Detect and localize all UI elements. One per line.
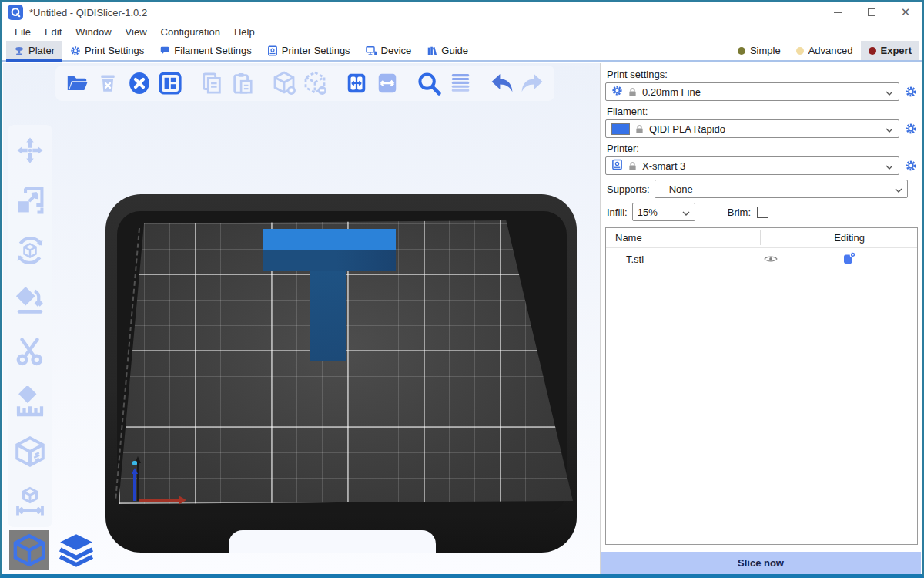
print-settings-value: 0.20mm Fine <box>642 86 880 98</box>
printer-select[interactable]: X-smart 3 <box>605 156 899 175</box>
rotate-icon[interactable] <box>14 234 46 267</box>
tab-printer-settings[interactable]: Printer Settings <box>259 41 358 60</box>
eye-icon[interactable] <box>760 255 782 263</box>
printer-value: X-smart 3 <box>642 160 880 172</box>
filament-gear-button[interactable] <box>904 122 918 136</box>
menu-help[interactable]: Help <box>227 25 262 39</box>
close-button[interactable]: ✕ <box>889 2 922 23</box>
supports-label: Supports: <box>607 183 650 195</box>
brim-checkbox[interactable] <box>757 207 768 218</box>
add-instance-icon[interactable] <box>270 69 298 98</box>
column-name: Name <box>606 232 760 244</box>
lock-icon <box>628 161 637 171</box>
measure-icon[interactable] <box>14 486 46 518</box>
infill-value: 15% <box>638 207 678 218</box>
undo-icon[interactable] <box>487 69 515 98</box>
cut-icon[interactable] <box>14 335 46 368</box>
model-t-front-face[interactable] <box>263 250 396 271</box>
mode-simple[interactable]: Simple <box>730 41 788 60</box>
viewport-3d[interactable] <box>3 63 600 574</box>
bed-handle-notch <box>229 530 436 553</box>
preview-layers-icon[interactable] <box>55 530 97 570</box>
minimize-button[interactable] <box>821 2 855 23</box>
copy-icon[interactable] <box>198 69 226 98</box>
tab-guide[interactable]: Guide <box>419 41 476 60</box>
left-toolbar <box>8 125 52 527</box>
menu-configuration[interactable]: Configuration <box>154 25 227 39</box>
delete-all-icon[interactable] <box>126 69 153 98</box>
menu-view[interactable]: View <box>119 25 154 39</box>
scale-icon[interactable] <box>14 184 46 217</box>
tab-label: Print Settings <box>85 45 144 56</box>
tab-plater[interactable]: Plater <box>6 41 62 60</box>
infill-label: Infill: <box>607 207 628 218</box>
guide-icon <box>427 45 437 56</box>
object-list-header: Name Editing <box>606 228 917 248</box>
model-t-stem[interactable] <box>310 271 346 361</box>
print-settings-label: Print settings: <box>607 69 918 80</box>
filament-color-swatch <box>611 123 630 135</box>
search-icon[interactable] <box>415 69 443 98</box>
paste-icon[interactable] <box>229 69 256 98</box>
advanced-mode-dot-icon <box>796 47 804 55</box>
model-t-top-face[interactable] <box>263 229 396 250</box>
object-list-row[interactable]: T.stl <box>606 248 917 270</box>
tab-label: Plater <box>28 45 55 56</box>
app-logo-icon <box>8 5 23 20</box>
menu-window[interactable]: Window <box>69 25 118 39</box>
object-list: Name Editing T.stl <box>605 227 918 545</box>
mode-label: Simple <box>750 45 781 56</box>
editor-3d-view-icon[interactable] <box>9 530 49 570</box>
seam-icon[interactable] <box>14 435 46 468</box>
tab-bar: Plater Print Settings Filament Settings … <box>2 41 922 62</box>
chevron-down-icon <box>886 123 893 135</box>
arrange-icon[interactable] <box>156 69 184 98</box>
editing-icon[interactable] <box>782 251 917 267</box>
filament-select[interactable]: QIDI PLA Rapido <box>605 119 899 138</box>
supports-select[interactable]: None <box>654 180 908 198</box>
axis-blue-arrow <box>133 470 136 501</box>
printer-icon <box>267 45 278 56</box>
chevron-down-icon <box>895 183 902 195</box>
filament-value: QIDI PLA Rapido <box>649 123 880 135</box>
tab-device[interactable]: Device <box>358 41 420 60</box>
open-icon[interactable] <box>63 69 91 98</box>
paint-supports-icon[interactable] <box>14 385 46 418</box>
title-bar: *Untitled - QIDISlicer-1.0.2 ✕ <box>2 2 922 23</box>
expert-mode-dot-icon <box>869 47 876 55</box>
move-icon[interactable] <box>14 134 46 166</box>
menu-edit[interactable]: Edit <box>38 25 69 39</box>
maximize-button[interactable] <box>855 2 889 23</box>
lock-icon <box>635 124 644 134</box>
variable-layer-height-icon[interactable] <box>446 69 474 98</box>
mode-label: Expert <box>881 45 912 56</box>
top-toolbar <box>55 66 554 101</box>
printer-gear-button[interactable] <box>904 159 918 173</box>
supports-value: None <box>660 183 890 195</box>
delete-icon[interactable] <box>94 69 122 98</box>
app-window: *Untitled - QIDISlicer-1.0.2 ✕ File Edit… <box>0 0 924 578</box>
tab-label: Device <box>381 45 412 56</box>
tab-label: Guide <box>441 45 468 56</box>
remove-instance-icon[interactable] <box>301 69 329 98</box>
device-icon <box>366 45 377 56</box>
split-objects-icon[interactable] <box>343 69 370 98</box>
menu-file[interactable]: File <box>8 25 38 39</box>
slice-now-button[interactable]: Slice now <box>601 552 921 574</box>
place-on-face-icon[interactable] <box>14 284 46 317</box>
mode-advanced[interactable]: Advanced <box>788 41 861 60</box>
column-editing: Editing <box>782 232 917 244</box>
chevron-down-icon <box>682 207 690 218</box>
window-title: *Untitled - QIDISlicer-1.0.2 <box>29 7 147 18</box>
infill-select[interactable]: 15% <box>632 203 695 221</box>
gear-icon <box>70 45 81 56</box>
print-settings-select[interactable]: 0.20mm Fine <box>605 82 899 101</box>
mode-expert[interactable]: Expert <box>861 41 919 60</box>
tab-filament-settings[interactable]: Filament Settings <box>152 41 259 60</box>
redo-icon[interactable] <box>519 69 547 98</box>
filament-label: Filament: <box>607 106 918 117</box>
chevron-down-icon <box>886 160 893 172</box>
split-parts-icon[interactable] <box>373 69 401 98</box>
tab-print-settings[interactable]: Print Settings <box>62 41 152 60</box>
print-settings-gear-button[interactable] <box>904 85 918 99</box>
